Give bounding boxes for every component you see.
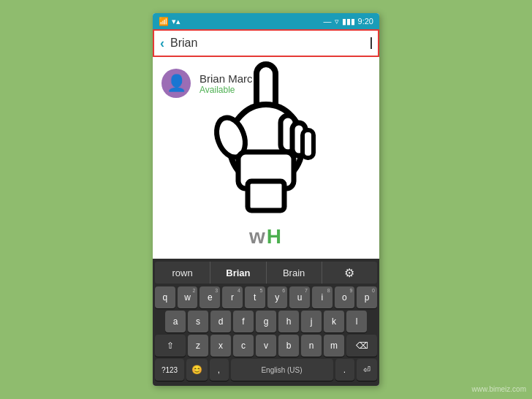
- key-a[interactable]: a: [165, 311, 186, 332]
- phone-screen: 📶 ▾▴ — ▿ ▮▮▮ 9:20 ‹ Brian 👤 Brian Marc U…: [153, 13, 379, 386]
- watermark-prefix: w: [249, 225, 267, 248]
- status-right: — ▿ ▮▮▮ 9:20: [324, 17, 373, 26]
- key-f[interactable]: f: [233, 311, 254, 332]
- key-emoji[interactable]: 😊: [186, 359, 208, 381]
- contact-status: Available: [200, 85, 269, 95]
- key-g[interactable]: g: [256, 311, 276, 332]
- key-u[interactable]: u7: [289, 286, 310, 308]
- key-t[interactable]: t5: [245, 286, 265, 308]
- key-k[interactable]: k: [324, 311, 344, 332]
- key-s[interactable]: s: [188, 311, 208, 332]
- key-n[interactable]: n: [301, 335, 322, 357]
- search-input[interactable]: Brian: [170, 37, 370, 50]
- contact-info: Brian Marc Uy Available: [200, 72, 269, 95]
- search-input-area[interactable]: Brian: [170, 37, 372, 50]
- key-row-2: a s d f g h j k l: [155, 311, 377, 332]
- watermark-area: wH: [153, 215, 379, 259]
- avatar: 👤: [162, 69, 191, 98]
- key-q[interactable]: q: [155, 286, 175, 308]
- key-row-4: ?123 😊 , English (US) . ⏎: [155, 359, 377, 381]
- key-d[interactable]: d: [210, 311, 231, 332]
- key-i[interactable]: i8: [312, 286, 332, 308]
- sim-icon: 📶: [159, 17, 169, 26]
- key-j[interactable]: j: [301, 311, 322, 332]
- key-y[interactable]: y6: [267, 286, 288, 308]
- suggestion-brian[interactable]: Brian: [210, 262, 266, 284]
- key-z[interactable]: z: [188, 335, 208, 357]
- minus-icon: —: [324, 17, 332, 26]
- status-bar: 📶 ▾▴ — ▿ ▮▮▮ 9:20: [153, 13, 379, 29]
- suggestion-brain[interactable]: Brain: [267, 262, 322, 284]
- suggestion-brown[interactable]: rown: [155, 262, 210, 284]
- watermark: wH: [249, 225, 283, 248]
- key-c[interactable]: c: [233, 335, 254, 357]
- key-enter[interactable]: ⏎: [357, 359, 378, 381]
- search-bar[interactable]: ‹ Brian: [153, 29, 379, 57]
- person-icon: 👤: [167, 74, 186, 93]
- page-watermark: www.bimeiz.com: [472, 385, 526, 393]
- key-l[interactable]: l: [346, 311, 367, 332]
- wifi-icon: ▿: [335, 17, 339, 26]
- watermark-highlight: H: [267, 225, 283, 248]
- time-display: 9:20: [358, 17, 373, 26]
- key-r[interactable]: r4: [222, 286, 243, 308]
- text-cursor: [370, 37, 372, 49]
- key-m[interactable]: m: [324, 335, 344, 357]
- key-period[interactable]: .: [335, 359, 354, 381]
- contact-list: 👤 Brian Marc Uy Available wH: [153, 57, 379, 259]
- status-left: 📶 ▾▴: [159, 17, 180, 26]
- suggestion-settings[interactable]: ⚙: [322, 262, 377, 284]
- signal-bars: ▮▮▮: [342, 17, 355, 26]
- key-shift[interactable]: ⇧: [155, 335, 186, 357]
- key-h[interactable]: h: [278, 311, 299, 332]
- key-o[interactable]: o9: [335, 286, 355, 308]
- key-row-1: q w2 e3 r4 t5 y6 u7 i8 o9 p0: [155, 286, 377, 308]
- contact-item[interactable]: 👤 Brian Marc Uy Available: [153, 63, 379, 104]
- key-p[interactable]: p0: [357, 286, 377, 308]
- key-w[interactable]: w2: [178, 286, 198, 308]
- key-space[interactable]: English (US): [231, 359, 333, 381]
- key-backspace[interactable]: ⌫: [346, 335, 377, 357]
- key-e[interactable]: e3: [200, 286, 220, 308]
- back-button[interactable]: ‹: [160, 36, 164, 51]
- contact-name: Brian Marc Uy: [200, 72, 269, 85]
- signal-icon: ▾▴: [172, 17, 180, 26]
- keyboard: rown Brian Brain ⚙ q w2 e3 r4 t5 y6 u7 i…: [153, 259, 379, 386]
- key-numbers[interactable]: ?123: [155, 359, 184, 381]
- key-x[interactable]: x: [210, 335, 231, 357]
- key-b[interactable]: b: [278, 335, 299, 357]
- key-v[interactable]: v: [256, 335, 276, 357]
- key-comma[interactable]: ,: [210, 359, 229, 381]
- word-suggestions: rown Brian Brain ⚙: [155, 262, 377, 284]
- key-row-3: ⇧ z x c v b n m ⌫: [155, 335, 377, 357]
